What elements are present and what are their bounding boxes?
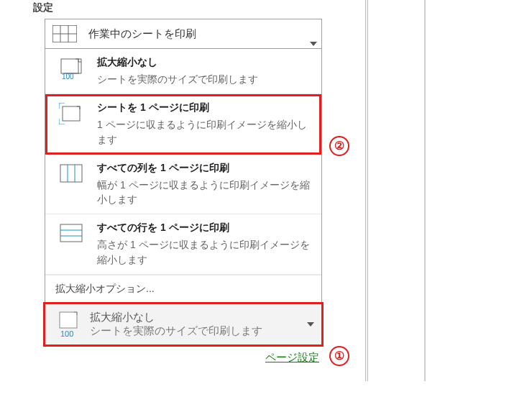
- svg-rect-14: [60, 224, 82, 242]
- svg-rect-4: [61, 59, 78, 73]
- option-title: すべての列を 1 ページに印刷: [97, 162, 313, 175]
- scaling-combo-title: 拡大縮小なし: [90, 311, 317, 324]
- option-desc: シートを実際のサイズで印刷します: [97, 72, 313, 86]
- option-desc: 1 ページに収まるように印刷イメージを縮小します: [97, 117, 313, 147]
- option-fit-sheet[interactable]: シートを 1 ページに印刷 1 ページに収まるように印刷イメージを縮小します: [45, 94, 321, 155]
- scaling-combo-desc: シートを実際のサイズで印刷します: [90, 324, 317, 338]
- scaling-more-options[interactable]: 拡大縮小オプション...: [45, 275, 321, 303]
- caret-down-icon: [307, 322, 314, 327]
- svg-text:100: 100: [60, 329, 73, 338]
- option-title: すべての行を 1 ページに印刷: [97, 222, 313, 234]
- option-title: 拡大縮小なし: [97, 56, 313, 69]
- fit-rows-icon: [55, 222, 87, 267]
- page-100-icon: 100: [55, 56, 87, 86]
- svg-rect-6: [63, 106, 80, 121]
- caret-down-icon: [310, 42, 317, 46]
- grid-icon: [52, 25, 77, 42]
- panel-divider: [365, 0, 368, 381]
- scaling-combo[interactable]: 100 拡大縮小なし シートを実際のサイズで印刷します: [45, 304, 322, 345]
- page-100-icon: 100: [54, 311, 86, 338]
- section-title: 設定: [33, 0, 368, 19]
- option-desc: 高さが 1 ページに収まるように印刷イメージを縮小します: [97, 237, 313, 267]
- fit-columns-icon: [55, 162, 87, 207]
- page-setup-link[interactable]: ページ設定: [45, 345, 322, 365]
- option-desc: 幅が 1 ページに収まるように印刷イメージを縮小します: [97, 178, 313, 207]
- callout-1: ①: [329, 346, 349, 366]
- svg-text:100: 100: [62, 73, 74, 79]
- svg-rect-11: [60, 165, 82, 182]
- print-target-label: 作業中のシートを印刷: [88, 27, 317, 41]
- option-fit-rows[interactable]: すべての行を 1 ページに印刷 高さが 1 ページに収まるように印刷イメージを縮…: [45, 214, 321, 275]
- scaling-dropdown: 100 拡大縮小なし シートを実際のサイズで印刷します シー: [45, 49, 322, 304]
- fit-page-icon: [55, 101, 87, 147]
- callout-2: ②: [329, 136, 349, 156]
- preview-edge: [424, 0, 426, 381]
- option-title: シートを 1 ページに印刷: [97, 101, 313, 114]
- print-target-combo[interactable]: 作業中のシートを印刷: [45, 19, 322, 49]
- option-fit-columns[interactable]: すべての列を 1 ページに印刷 幅が 1 ページに収まるように印刷イメージを縮小…: [45, 155, 321, 215]
- option-no-scaling[interactable]: 100 拡大縮小なし シートを実際のサイズで印刷します: [45, 49, 321, 94]
- svg-rect-17: [60, 312, 77, 328]
